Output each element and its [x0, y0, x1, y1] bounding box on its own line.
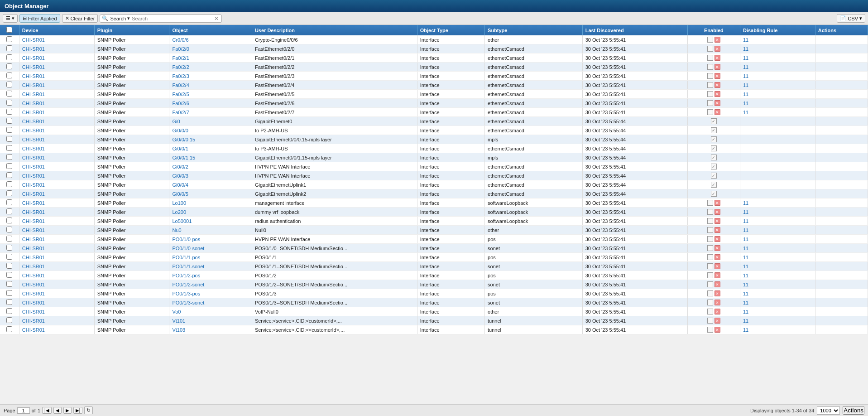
row-checkbox[interactable]: [6, 91, 12, 97]
object-link[interactable]: Gi0/0/4: [172, 182, 188, 188]
disable-button[interactable]: ✕: [715, 245, 720, 251]
device-link[interactable]: CHI-SR01: [22, 218, 45, 224]
search-clear-icon[interactable]: ✕: [213, 15, 220, 22]
enabled-checkbox[interactable]: [707, 46, 713, 52]
object-link[interactable]: Fa0/2/1: [172, 55, 189, 61]
row-checkbox[interactable]: [6, 145, 12, 151]
col-header-check[interactable]: [0, 25, 19, 35]
disable-button[interactable]: ✕: [715, 55, 720, 61]
object-link[interactable]: PO0/1/3-sonet: [172, 300, 204, 305]
row-checkbox[interactable]: [6, 227, 12, 232]
disable-button[interactable]: ✕: [715, 200, 720, 206]
enabled-checkbox[interactable]: [707, 245, 713, 251]
row-checkbox[interactable]: [6, 100, 12, 106]
disable-button[interactable]: ✕: [715, 309, 720, 314]
enabled-checkbox[interactable]: [707, 37, 713, 43]
search-dropdown-button[interactable]: Search ▾: [108, 15, 132, 21]
enabled-checkbox[interactable]: [707, 254, 713, 260]
disable-button[interactable]: ✕: [715, 327, 720, 333]
device-link[interactable]: CHI-SR01: [22, 255, 45, 260]
enabled-checkbox[interactable]: [707, 100, 713, 106]
object-link[interactable]: Gi0/0/5: [172, 191, 188, 197]
row-checkbox[interactable]: [6, 181, 12, 187]
object-link[interactable]: Fa0/2/0: [172, 46, 189, 52]
row-checkbox[interactable]: [6, 245, 12, 251]
disabling-rule-link[interactable]: 11: [743, 318, 748, 324]
object-link[interactable]: PO0/1/1-sonet: [172, 264, 204, 269]
row-checkbox[interactable]: [6, 82, 12, 87]
col-header-discovered[interactable]: Last Discovered: [582, 25, 687, 35]
object-link[interactable]: PO0/1/2-pos: [172, 273, 200, 278]
device-link[interactable]: CHI-SR01: [22, 64, 45, 70]
disable-button[interactable]: ✕: [715, 263, 720, 269]
row-checkbox[interactable]: [6, 208, 12, 214]
device-link[interactable]: CHI-SR01: [22, 92, 45, 97]
search-input[interactable]: [132, 16, 213, 21]
disable-button[interactable]: ✕: [715, 209, 720, 215]
disable-button[interactable]: ✕: [715, 218, 720, 224]
disabling-rule-link[interactable]: 11: [743, 110, 748, 115]
row-checkbox[interactable]: [6, 136, 12, 142]
enabled-checkbox[interactable]: [707, 281, 713, 287]
object-link[interactable]: Gi0/0/3: [172, 173, 188, 179]
object-link[interactable]: PO0/1/0-pos: [172, 237, 200, 242]
device-link[interactable]: CHI-SR01: [22, 73, 45, 79]
enabled-checkbox[interactable]: [707, 327, 713, 333]
enabled-checkbox[interactable]: [711, 155, 717, 160]
device-link[interactable]: CHI-SR01: [22, 182, 45, 188]
disabling-rule-link[interactable]: 11: [743, 55, 748, 61]
col-header-type[interactable]: Object Type: [417, 25, 484, 35]
disabling-rule-link[interactable]: 11: [743, 92, 748, 97]
row-checkbox[interactable]: [6, 254, 12, 260]
object-link[interactable]: PO0/1/0-sonet: [172, 246, 204, 251]
device-link[interactable]: CHI-SR01: [22, 246, 45, 251]
row-checkbox[interactable]: [6, 36, 12, 42]
object-link[interactable]: Gi0/0/1: [172, 146, 188, 151]
enabled-checkbox[interactable]: [707, 236, 713, 242]
enabled-checkbox[interactable]: [707, 200, 713, 206]
device-link[interactable]: CHI-SR01: [22, 55, 45, 61]
csv-button[interactable]: 📄 CSV ▾: [837, 14, 865, 23]
enabled-checkbox[interactable]: [707, 64, 713, 70]
enabled-checkbox[interactable]: [711, 145, 717, 151]
object-link[interactable]: Cr0/0/6: [172, 37, 188, 43]
enabled-checkbox[interactable]: [711, 118, 717, 124]
disable-button[interactable]: ✕: [715, 46, 720, 52]
disable-button[interactable]: ✕: [715, 272, 720, 278]
object-link[interactable]: Fa0/2/5: [172, 92, 189, 97]
disable-button[interactable]: ✕: [715, 73, 720, 79]
enabled-checkbox[interactable]: [707, 300, 713, 305]
object-link[interactable]: Fa0/2/3: [172, 73, 189, 79]
disabling-rule-link[interactable]: 11: [743, 273, 748, 278]
device-link[interactable]: CHI-SR01: [22, 227, 45, 233]
device-link[interactable]: CHI-SR01: [22, 200, 45, 206]
disabling-rule-link[interactable]: 11: [743, 309, 748, 314]
disabling-rule-link[interactable]: 11: [743, 64, 748, 70]
disable-button[interactable]: ✕: [715, 82, 720, 88]
disabling-rule-link[interactable]: 11: [743, 37, 748, 43]
device-link[interactable]: CHI-SR01: [22, 273, 45, 278]
object-link[interactable]: PO0/1/1-pos: [172, 255, 200, 260]
device-link[interactable]: CHI-SR01: [22, 291, 45, 296]
enabled-checkbox[interactable]: [711, 182, 717, 188]
disabling-rule-link[interactable]: 11: [743, 73, 748, 79]
row-checkbox[interactable]: [6, 73, 12, 78]
row-checkbox[interactable]: [6, 190, 12, 196]
object-link[interactable]: Lo100: [172, 200, 186, 206]
disabling-rule-link[interactable]: 11: [743, 246, 748, 251]
object-link[interactable]: Vt103: [172, 327, 185, 333]
disabling-rule-link[interactable]: 11: [743, 82, 748, 88]
device-link[interactable]: CHI-SR01: [22, 164, 45, 169]
row-checkbox[interactable]: [6, 272, 12, 278]
device-link[interactable]: CHI-SR01: [22, 46, 45, 52]
device-link[interactable]: CHI-SR01: [22, 137, 45, 142]
row-checkbox[interactable]: [6, 45, 12, 51]
device-link[interactable]: CHI-SR01: [22, 119, 45, 124]
filter-applied-button[interactable]: ⊟ Filter Applied: [19, 14, 60, 23]
disabling-rule-link[interactable]: 11: [743, 200, 748, 206]
object-link[interactable]: Gi0/0/0: [172, 128, 188, 133]
disable-button[interactable]: ✕: [715, 227, 720, 233]
row-checkbox[interactable]: [6, 154, 12, 160]
select-all-checkbox[interactable]: [6, 27, 12, 33]
device-link[interactable]: CHI-SR01: [22, 173, 45, 179]
